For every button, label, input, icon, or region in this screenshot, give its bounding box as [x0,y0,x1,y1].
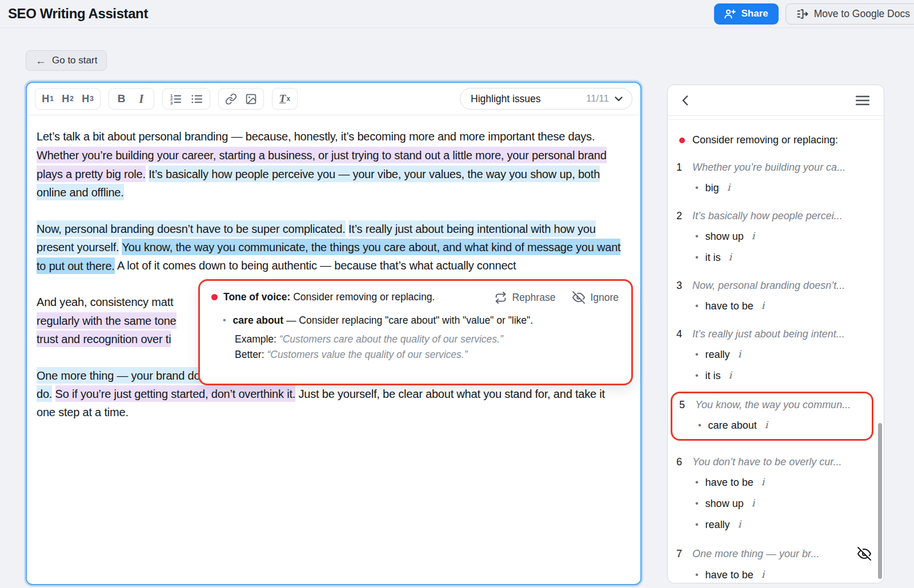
person-plus-icon [724,9,736,19]
move-to-google-docs-button[interactable]: Move to Google Docs [785,3,914,25]
highlight-issues-dropdown[interactable]: Highlight issues 11/11 [460,88,632,110]
unordered-list-icon[interactable] [187,90,207,107]
info-icon[interactable]: i [738,518,741,530]
highlighted-issue-text[interactable]: regularly with the same tone [37,312,177,329]
editor-paragraph[interactable]: Let’s talk a bit about personal branding… [37,127,623,202]
chevron-left-icon[interactable] [682,95,688,106]
highlighted-issue-text[interactable]: So if you’re just getting started, don’t… [55,385,296,402]
issue-item-5[interactable]: 5You know, the way you commun...•care ab… [671,392,873,441]
editor-paragraph[interactable]: Now, personal branding doesn’t have to b… [37,219,623,275]
bold-button[interactable]: B [112,90,131,107]
image-icon[interactable] [242,90,260,107]
issue-item-2[interactable]: 2It’s basically how people percei...•sho… [676,210,871,264]
issue-item-7[interactable]: 7One more thing — your br...•have to bei [676,547,871,582]
move-button-label: Move to Google Docs [814,8,910,20]
issue-title[interactable]: You don’t have to be overly cur... [692,456,842,468]
suggestion-row[interactable]: •have to bei [695,299,871,313]
info-icon[interactable]: i [727,182,730,193]
rephrase-button[interactable]: Rephrase [495,291,555,304]
highlight-issues-label: Highlight issues [471,93,541,105]
info-icon[interactable]: i [729,251,732,263]
sidebar-header [668,85,884,116]
suggestion-label[interactable]: have to be [705,477,753,489]
suggestion-popup: Tone of voice: Consider removing or repl… [198,279,633,385]
suggestion-row[interactable]: •show upi [695,497,871,510]
share-button[interactable]: Share [714,3,778,25]
bullet-dot: • [223,313,226,328]
ordered-list-icon[interactable]: 1 2 3 [166,90,186,107]
suggestion-label[interactable]: really [705,519,730,531]
highlighted-issue-text[interactable]: Now, personal branding doesn’t have to b… [37,220,346,237]
issue-group-label: Consider removing or replacing: [692,134,838,146]
clear-format-group: Tx [272,88,298,110]
italic-button[interactable]: I [132,90,151,107]
link-icon[interactable] [222,90,240,107]
issue-number: 2 [676,210,692,222]
suggestion-label[interactable]: have to be [705,569,753,581]
suggestion-row[interactable]: •show upi [695,229,871,243]
h3-button[interactable]: H3 [78,90,97,107]
go-to-start-button[interactable]: ← Go to start [26,50,107,71]
suggestion-row[interactable]: •have to bei [695,568,871,582]
issue-number: 5 [679,399,695,411]
svg-text:3: 3 [170,100,173,105]
suggestion-label[interactable]: show up [705,498,744,510]
issue-item-6[interactable]: 6You don’t have to be overly cur...•have… [676,456,871,531]
editor-toolbar: H1 H2 H3 B I 1 2 3 [27,83,640,115]
info-icon[interactable]: i [761,569,764,580]
issue-number: 4 [676,328,692,340]
suggestion-row[interactable]: •care abouti [698,418,866,432]
scrollbar-thumb[interactable] [878,423,882,579]
h2-button[interactable]: H2 [58,90,77,107]
suggestion-label[interactable]: it is [705,252,721,264]
issue-group-header: Consider removing or replacing: [676,134,871,146]
suggestion-row[interactable]: •it isi [695,369,871,382]
ignore-label: Ignore [590,292,619,304]
suggestion-label[interactable]: show up [705,231,744,243]
info-icon[interactable]: i [752,230,755,241]
info-icon[interactable]: i [729,369,732,381]
popup-example: Example: “Customers care about the quali… [223,332,619,363]
info-icon[interactable]: i [752,497,755,509]
suggestion-row[interactable]: •it isi [695,251,871,264]
suggestion-label[interactable]: it is [705,370,721,382]
issue-title[interactable]: It’s really just about being intent... [692,328,845,340]
bullet-dot: • [695,231,699,241]
suggestion-row[interactable]: •reallyi [695,348,871,361]
highlighted-issue-text[interactable]: trust and recognition over ti [37,331,171,347]
list-button-group: 1 2 3 [162,88,210,110]
issue-number: 7 [676,548,692,560]
h1-button[interactable]: H1 [38,90,57,107]
info-icon[interactable]: i [738,348,741,360]
issue-item-4[interactable]: 4It’s really just about being intent...•… [676,328,871,382]
bullet-dot: • [695,252,699,263]
issue-title[interactable]: You know, the way you commun... [695,399,851,411]
ignore-button[interactable]: Ignore [572,291,619,304]
issue-item-3[interactable]: 3Now, personal branding doesn’t...•have … [676,280,871,313]
info-icon[interactable]: i [761,300,764,311]
suggestion-label[interactable]: really [705,349,730,361]
suggestion-row[interactable]: •reallyi [695,518,871,531]
issue-title[interactable]: Whether you’re building your ca... [692,162,845,174]
info-icon[interactable]: i [761,476,764,488]
suggestion-row[interactable]: •bigi [695,181,871,195]
suggestion-label[interactable]: have to be [705,300,753,312]
go-to-start-label: Go to start [52,55,97,66]
issue-dot [211,294,218,300]
eye-off-icon[interactable] [857,547,871,561]
suggestion-row[interactable]: •have to bei [695,476,871,489]
info-icon[interactable]: i [765,419,768,430]
issue-title[interactable]: One more thing — your br... [692,548,819,560]
issue-number: 1 [676,162,692,174]
suggestion-label[interactable]: big [705,182,719,194]
suggestion-label[interactable]: care about [708,420,757,432]
clear-formatting-icon[interactable]: Tx [275,90,294,107]
menu-icon[interactable] [856,95,869,106]
bullet-dot: • [695,498,699,509]
issue-item-1[interactable]: 1Whether you’re building your ca...•bigi [676,162,871,195]
top-bar: SEO Writing Assistant Share Move to Goog… [0,0,914,28]
issue-title[interactable]: It’s basically how people percei... [692,210,843,222]
editor-text [52,388,55,400]
issue-title[interactable]: Now, personal branding doesn’t... [692,280,845,292]
editor-text: Let’s talk a bit about personal branding… [37,130,595,143]
